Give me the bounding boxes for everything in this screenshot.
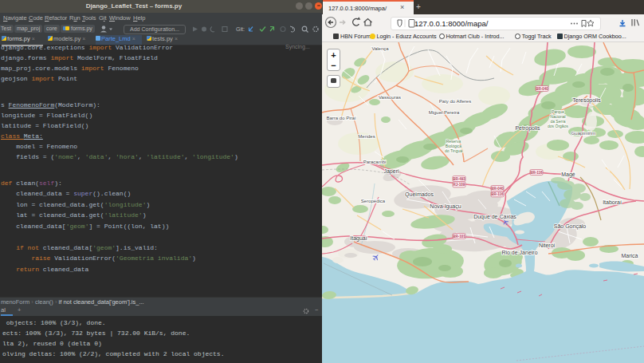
svg-text:Git:: Git:	[236, 26, 245, 32]
svg-text:BR-116: BR-116	[530, 171, 543, 175]
svg-text:São Gonçalo: São Gonçalo	[554, 223, 587, 230]
svg-text:Magé: Magé	[561, 172, 575, 178]
svg-text:BR-101: BR-101	[453, 235, 465, 239]
svg-text:Guapimirim: Guapimirim	[571, 131, 596, 136]
svg-text:dos Órgãos: dos Órgãos	[548, 124, 568, 128]
svg-text:Duque de Caxias: Duque de Caxias	[473, 214, 516, 220]
svg-text:do Tinguá: do Tinguá	[445, 148, 462, 153]
svg-text:Maricá: Maricá	[621, 253, 638, 258]
svg-text:Seropédica: Seropédica	[361, 199, 386, 203]
svg-text:Mendes: Mendes	[358, 134, 375, 139]
svg-text:Barra do Piraí: Barra do Piraí	[326, 116, 355, 120]
svg-text:Miguel Pereira: Miguel Pereira	[429, 110, 460, 115]
svg-text:Teresópolis: Teresópolis	[572, 97, 601, 104]
svg-text:BR-040: BR-040	[536, 87, 548, 91]
svg-text:Rio de Janeiro: Rio de Janeiro	[501, 250, 537, 255]
svg-text:BR-040: BR-040	[491, 187, 504, 191]
svg-text:BR-116: BR-116	[491, 192, 504, 196]
svg-text:BR-493: BR-493	[453, 177, 465, 181]
svg-text:Itaboraí: Itaboraí	[603, 199, 622, 205]
svg-text:Paty do Alferes: Paty do Alferes	[439, 99, 471, 104]
svg-text:Petrópolis: Petrópolis	[515, 125, 540, 132]
svg-text:Niterói: Niterói	[539, 243, 556, 248]
svg-text:Itaguaí: Itaguaí	[350, 235, 367, 242]
svg-text:Nova Iguaçu: Nova Iguaçu	[430, 203, 461, 210]
svg-text:Vassouras: Vassouras	[379, 95, 401, 100]
svg-text:Valença: Valença	[371, 46, 389, 51]
svg-text:Queimados: Queimados	[405, 191, 434, 198]
svg-text:RJ-109: RJ-109	[454, 183, 465, 187]
svg-text:Paracambi: Paracambi	[363, 160, 387, 164]
svg-text:Japeri: Japeri	[383, 168, 399, 175]
